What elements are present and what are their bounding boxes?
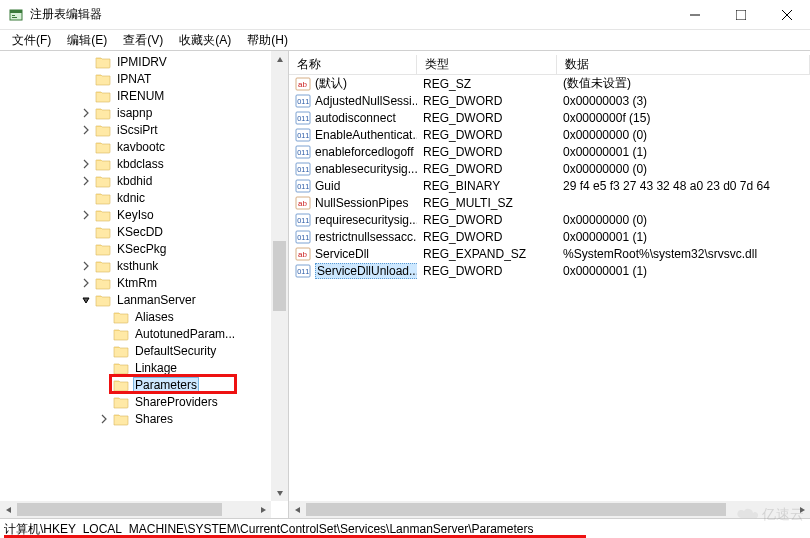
menu-favorites[interactable]: 收藏夹(A) <box>171 30 239 51</box>
folder-icon <box>95 191 111 205</box>
tree-item[interactable]: KtmRm <box>0 274 271 291</box>
value-type: REG_SZ <box>417 77 557 91</box>
list-pane: 名称 类型 数据 ab(默认)REG_SZ(数值未设置)011AdjustedN… <box>289 51 810 518</box>
folder-icon <box>95 276 111 290</box>
list-row[interactable]: 011GuidREG_BINARY29 f4 e5 f3 27 43 32 48… <box>289 177 810 194</box>
expander-icon[interactable] <box>79 259 93 273</box>
tree-item[interactable]: kdnic <box>0 189 271 206</box>
tree-item[interactable]: Aliases <box>0 308 271 325</box>
tree-item-label: Aliases <box>133 310 176 324</box>
string-value-icon: ab <box>295 76 311 92</box>
list-row[interactable]: 011enablesecuritysig...REG_DWORD0x000000… <box>289 160 810 177</box>
list-row[interactable]: abNullSessionPipesREG_MULTI_SZ <box>289 194 810 211</box>
list-row[interactable]: 011ServiceDllUnload...REG_DWORD0x0000000… <box>289 262 810 279</box>
list-row[interactable]: 011AdjustedNullSessi...REG_DWORD0x000000… <box>289 92 810 109</box>
tree-item-label: Parameters <box>133 377 199 393</box>
tree-item[interactable]: Linkage <box>0 359 271 376</box>
binary-value-icon: 011 <box>295 178 311 194</box>
tree-item[interactable]: KeyIso <box>0 206 271 223</box>
expander-icon[interactable] <box>79 106 93 120</box>
tree-item[interactable]: kavbootc <box>0 138 271 155</box>
maximize-button[interactable] <box>718 0 764 30</box>
menu-help[interactable]: 帮助(H) <box>239 30 296 51</box>
svg-rect-1 <box>10 10 22 13</box>
svg-marker-8 <box>277 57 283 62</box>
tree-item[interactable]: KSecDD <box>0 223 271 240</box>
tree-vertical-scrollbar[interactable] <box>271 51 288 501</box>
expander-icon[interactable] <box>79 293 93 307</box>
tree-item[interactable]: kbdclass <box>0 155 271 172</box>
tree-item-label: KtmRm <box>115 276 159 290</box>
tree-item[interactable]: AutotunedParam... <box>0 325 271 342</box>
folder-icon <box>95 106 111 120</box>
menu-file[interactable]: 文件(F) <box>4 30 59 51</box>
tree-item-label: DefaultSecurity <box>133 344 218 358</box>
expander-icon[interactable] <box>79 208 93 222</box>
tree-item[interactable]: ShareProviders <box>0 393 271 410</box>
svg-text:ab: ab <box>298 250 307 259</box>
tree-horizontal-scrollbar[interactable] <box>0 501 271 518</box>
tree-item[interactable]: Parameters <box>0 376 271 393</box>
value-name: enableforcedlogoff <box>315 145 414 159</box>
tree-item[interactable]: ksthunk <box>0 257 271 274</box>
tree-item[interactable]: kbdhid <box>0 172 271 189</box>
svg-text:011: 011 <box>297 165 309 174</box>
value-name: restrictnullsessacc... <box>315 230 417 244</box>
minimize-button[interactable] <box>672 0 718 30</box>
folder-icon <box>95 208 111 222</box>
folder-icon <box>95 174 111 188</box>
expander-icon <box>97 344 111 358</box>
list-row[interactable]: 011EnableAuthenticat...REG_DWORD0x000000… <box>289 126 810 143</box>
binary-value-icon: 011 <box>295 127 311 143</box>
list-horizontal-scrollbar[interactable] <box>289 501 810 518</box>
folder-icon <box>113 310 129 324</box>
column-data[interactable]: 数据 <box>557 55 810 74</box>
folder-icon <box>113 327 129 341</box>
expander-icon[interactable] <box>79 123 93 137</box>
column-name[interactable]: 名称 <box>289 55 417 74</box>
app-icon <box>8 7 24 23</box>
tree-item-label: Linkage <box>133 361 179 375</box>
list-row[interactable]: 011restrictnullsessacc...REG_DWORD0x0000… <box>289 228 810 245</box>
svg-text:011: 011 <box>297 216 309 225</box>
value-name: autodisconnect <box>315 111 396 125</box>
list-row[interactable]: 011requiresecuritysig...REG_DWORD0x00000… <box>289 211 810 228</box>
menu-edit[interactable]: 编辑(E) <box>59 30 115 51</box>
value-type: REG_DWORD <box>417 128 557 142</box>
tree-item[interactable]: iScsiPrt <box>0 121 271 138</box>
tree-item-label: kdnic <box>115 191 147 205</box>
tree-item-label: ShareProviders <box>133 395 220 409</box>
value-data: 29 f4 e5 f3 27 43 32 48 a0 23 d0 7d 64 <box>557 179 810 193</box>
expander-icon[interactable] <box>97 412 111 426</box>
menu-view[interactable]: 查看(V) <box>115 30 171 51</box>
value-name: ServiceDllUnload... <box>315 263 417 279</box>
svg-text:011: 011 <box>297 267 309 276</box>
tree-item[interactable]: IRENUM <box>0 87 271 104</box>
tree-item-label: KeyIso <box>115 208 156 222</box>
tree-item[interactable]: isapnp <box>0 104 271 121</box>
list-row[interactable]: 011autodisconnectREG_DWORD0x0000000f (15… <box>289 109 810 126</box>
column-type[interactable]: 类型 <box>417 55 557 74</box>
tree-item[interactable]: LanmanServer <box>0 291 271 308</box>
list-row[interactable]: 011enableforcedlogoffREG_DWORD0x00000001… <box>289 143 810 160</box>
value-data: 0x00000001 (1) <box>557 230 810 244</box>
tree-item-label: Shares <box>133 412 175 426</box>
tree-item[interactable]: Shares <box>0 410 271 427</box>
list-row[interactable]: abServiceDllREG_EXPAND_SZ%SystemRoot%\sy… <box>289 245 810 262</box>
close-button[interactable] <box>764 0 810 30</box>
statusbar: 计算机\HKEY_LOCAL_MACHINE\SYSTEM\CurrentCon… <box>0 518 810 538</box>
folder-icon <box>113 395 129 409</box>
svg-text:011: 011 <box>297 97 309 106</box>
value-type: REG_DWORD <box>417 111 557 125</box>
svg-text:011: 011 <box>297 233 309 242</box>
list-row[interactable]: ab(默认)REG_SZ(数值未设置) <box>289 75 810 92</box>
tree-item[interactable]: IPMIDRV <box>0 53 271 70</box>
expander-icon[interactable] <box>79 276 93 290</box>
binary-value-icon: 011 <box>295 229 311 245</box>
tree-item[interactable]: DefaultSecurity <box>0 342 271 359</box>
tree-item-label: ksthunk <box>115 259 160 273</box>
tree-item[interactable]: KSecPkg <box>0 240 271 257</box>
expander-icon[interactable] <box>79 174 93 188</box>
tree-item[interactable]: IPNAT <box>0 70 271 87</box>
expander-icon[interactable] <box>79 157 93 171</box>
